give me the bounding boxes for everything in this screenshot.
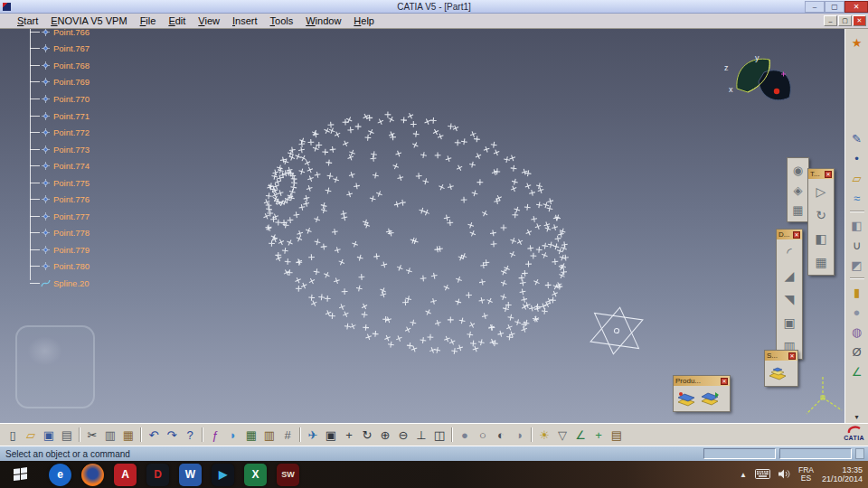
workbench-star-icon[interactable]: ★ (848, 33, 866, 52)
tree-item-point-777[interactable]: Point.777 (18, 208, 90, 225)
solidworks-icon[interactable]: SW (277, 464, 299, 486)
viewport-3d[interactable]: z y x Point.766Point.767Point.768Point.7… (0, 29, 844, 423)
view-compass[interactable]: z y x (717, 51, 807, 127)
adobe-reader-icon[interactable]: A (114, 464, 137, 486)
depth-effect-icon[interactable]: ▽ (553, 426, 571, 444)
table-icon[interactable]: ▦ (242, 426, 260, 444)
zoom-out-icon[interactable]: ⊖ (394, 426, 412, 444)
snap-icon[interactable]: ◈ (789, 180, 807, 200)
catia-app-icon[interactable]: D (146, 464, 169, 486)
surface-tool-icon[interactable]: ≈ (848, 189, 866, 207)
pattern-icon[interactable]: ▦ (810, 251, 832, 273)
clock[interactable]: 13:35 21/10/2014 (822, 465, 863, 483)
menu-start[interactable]: Start (11, 14, 44, 27)
light-icon[interactable]: ☀ (535, 426, 553, 444)
design-table-icon[interactable]: ▥ (260, 426, 278, 444)
wireframe-view-icon[interactable]: ○ (474, 426, 492, 444)
new-document-icon[interactable]: ▯ (4, 426, 22, 444)
component-icon[interactable] (675, 388, 697, 409)
axis-tool-icon[interactable]: ∠ (848, 362, 866, 380)
tree-item-point-778[interactable]: Point.778 (18, 225, 90, 242)
comment-icon[interactable]: ◗ (224, 426, 242, 444)
menu-help[interactable]: Help (347, 14, 381, 27)
excel-icon[interactable]: X (244, 464, 267, 486)
tree-item-point-766[interactable]: Point.766 (18, 29, 90, 41)
doc-restore-button[interactable]: ▢ (838, 15, 852, 26)
toolbar-title-bar[interactable]: D... ✕ (777, 230, 802, 239)
axis-system-icon[interactable]: + (590, 426, 608, 444)
tree-item-point-775[interactable]: Point.775 (18, 174, 90, 192)
command-field[interactable] (703, 448, 776, 459)
mirror-icon[interactable]: ◧ (810, 228, 832, 249)
point-tool-icon[interactable]: • (848, 149, 866, 167)
rotation-icon[interactable]: ↻ (810, 204, 832, 226)
close-icon[interactable]: ✕ (788, 352, 796, 360)
close-icon[interactable]: ✕ (721, 378, 728, 385)
toolbar-title-bar[interactable]: T... ✕ (808, 169, 834, 179)
extrude-tool-icon[interactable]: ◧ (848, 216, 866, 234)
calculator-icon[interactable]: # (278, 426, 297, 444)
shaded-view-icon[interactable]: ● (456, 426, 474, 444)
maximize-button[interactable]: ▢ (825, 1, 844, 13)
tree-item-point-776[interactable]: Point.776 (18, 191, 90, 208)
show-hidden-icons[interactable]: ▲ (740, 471, 747, 479)
hexagram-marker[interactable] (588, 304, 646, 358)
keyboard-icon[interactable] (755, 466, 770, 483)
fit-all-icon[interactable]: ▣ (322, 426, 340, 444)
language-indicator[interactable]: FRA ES (798, 466, 814, 483)
start-button[interactable] (0, 461, 42, 488)
tree-item-point-767[interactable]: Point.767 (18, 41, 90, 58)
material-tool-icon[interactable]: ◍ (848, 323, 866, 341)
measure-icon[interactable]: ∠ (571, 426, 590, 444)
product-icon[interactable] (699, 388, 721, 409)
tree-item-point-774[interactable]: Point.774 (18, 157, 90, 174)
toolbar-title-bar[interactable]: S... ✕ (765, 351, 797, 361)
doc-minimize-button[interactable]: – (824, 15, 837, 26)
menu-insert[interactable]: Insert (226, 14, 264, 27)
close-icon[interactable]: ✕ (825, 171, 832, 178)
tree-item-point-769[interactable]: Point.769 (18, 74, 90, 91)
pad-tool-icon[interactable]: ▮ (848, 283, 866, 301)
tree-item-spline-20[interactable]: Spline.20 (18, 275, 90, 292)
catalog-icon[interactable]: ▤ (608, 426, 626, 444)
tree-item-point-779[interactable]: Point.779 (18, 241, 90, 258)
doc-close-button[interactable]: ✕ (853, 15, 866, 26)
open-folder-icon[interactable]: ▱ (22, 426, 40, 444)
tree-item-point-772[interactable]: Point.772 (18, 124, 90, 141)
manipulation-icon[interactable]: ◉ (789, 160, 807, 180)
cut-icon[interactable]: ✂ (83, 426, 101, 444)
translation-icon[interactable]: ▷ (810, 181, 832, 202)
formula-icon[interactable]: ƒ (206, 426, 224, 444)
close-icon[interactable]: ✕ (793, 231, 800, 239)
chamfer-icon[interactable]: ◢ (778, 265, 800, 286)
menu-file[interactable]: File (134, 14, 163, 27)
tree-item-point-771[interactable]: Point.771 (18, 108, 90, 125)
word-icon[interactable]: W (179, 464, 202, 486)
save-icon[interactable]: ▣ (40, 426, 58, 444)
prompt-field[interactable] (779, 448, 852, 459)
tree-item-point-780[interactable]: Point.780 (18, 258, 90, 276)
rotate-icon[interactable]: ↻ (358, 426, 376, 444)
menu-window[interactable]: Window (299, 14, 347, 27)
compass-handle[interactable] (774, 89, 779, 94)
zoom-in-icon[interactable]: ⊕ (376, 426, 394, 444)
toolbar-overflow-icon[interactable]: ▾ (854, 413, 858, 423)
draft-icon[interactable]: ◥ (778, 288, 800, 310)
close-button[interactable]: ✕ (844, 1, 868, 13)
hide-show-icon[interactable]: ◐ (492, 426, 510, 444)
normal-view-icon[interactable]: ⊥ (412, 426, 430, 444)
join-tool-icon[interactable]: ∪ (848, 236, 866, 254)
volume-icon[interactable] (778, 466, 790, 483)
tree-item-point-773[interactable]: Point.773 (18, 141, 90, 158)
swap-space-icon[interactable]: ◑ (510, 426, 528, 444)
paste-icon[interactable]: ▦ (119, 426, 137, 444)
measure-tool-icon[interactable]: Ø (848, 343, 866, 361)
internet-explorer-icon[interactable]: e (49, 464, 71, 486)
grid-snap-icon[interactable]: ▦ (789, 200, 807, 220)
media-app-icon[interactable]: ▶ (212, 464, 234, 486)
menu-enovia-v5-vpm[interactable]: ENOVIA V5 VPM (44, 14, 133, 27)
help-icon[interactable]: ? (181, 426, 199, 444)
toolbar-title-bar[interactable]: Produ... ✕ (674, 376, 730, 386)
sphere-tool-icon[interactable]: ● (848, 303, 866, 321)
copy-icon[interactable]: ▥ (101, 426, 119, 444)
